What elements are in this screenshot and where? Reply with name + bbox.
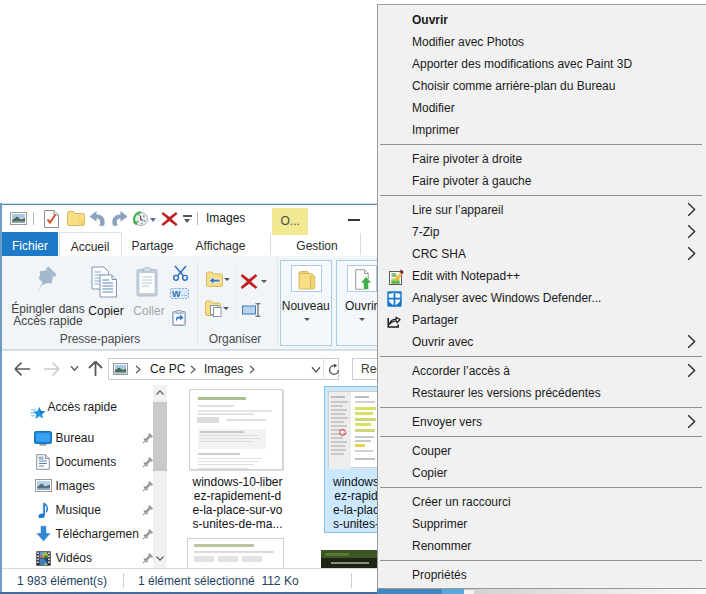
svg-text:...: ... — [181, 289, 188, 298]
svg-text:W: W — [172, 289, 181, 299]
